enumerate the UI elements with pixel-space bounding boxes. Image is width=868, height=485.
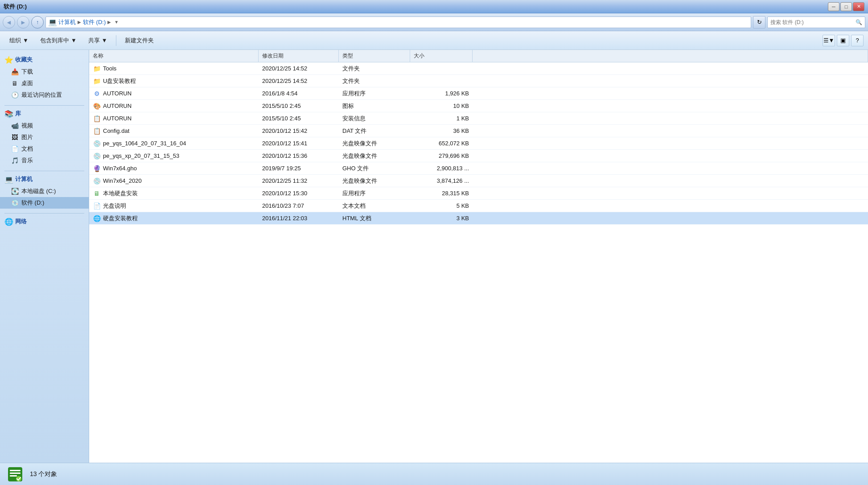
file-date: 2020/10/12 15:42 (262, 127, 307, 134)
view-options-button[interactable]: ☰▼ (823, 35, 835, 46)
col-header-type[interactable]: 类型 (339, 50, 410, 62)
sidebar-item-desktop[interactable]: 🖥 桌面 (0, 78, 89, 89)
image-label: 图片 (21, 133, 33, 141)
table-row[interactable]: 📁 U盘安装教程 2020/12/25 14:52 文件夹 (89, 75, 868, 87)
search-input[interactable] (770, 19, 854, 25)
breadcrumb-d-drive[interactable]: 软件 (D:) (83, 18, 106, 26)
file-name: U盘安装教程 (103, 77, 136, 85)
table-row[interactable]: 🖥 本地硬盘安装 2020/10/12 15:30 应用程序 28,315 KB (89, 187, 868, 200)
maximize-button[interactable]: □ (840, 2, 852, 11)
minimize-button[interactable]: ─ (828, 2, 839, 11)
col-header-date[interactable]: 修改日期 (259, 50, 339, 62)
file-name: 硬盘安装教程 (103, 214, 138, 222)
sidebar-item-doc[interactable]: 📄 文档 (0, 143, 89, 155)
table-row[interactable]: 🎨 AUTORUN 2015/5/10 2:45 图标 10 KB (89, 100, 868, 112)
file-date: 2020/12/25 11:32 (262, 177, 307, 184)
sidebar-computer-header[interactable]: 💻 计算机 (0, 173, 89, 185)
file-date: 2020/10/12 15:41 (262, 140, 307, 147)
d-drive-label: 软件 (D:) (21, 199, 44, 207)
file-name: Win7x64.gho (103, 165, 137, 172)
sidebar-item-image[interactable]: 🖼 图片 (0, 132, 89, 143)
table-row[interactable]: 📋 Config.dat 2020/10/12 15:42 DAT 文件 36 … (89, 125, 868, 137)
sidebar-sep-2 (4, 171, 84, 171)
table-row[interactable]: 📄 光盘说明 2016/10/23 7:07 文本文档 5 KB (89, 200, 868, 212)
share-label: 共享 (88, 37, 100, 45)
file-size: 1 KB (457, 115, 469, 122)
file-icon: 🌐 (93, 214, 101, 222)
file-name: AUTORUN (103, 90, 132, 97)
sidebar-favorites-header[interactable]: ⭐ 收藏夹 (0, 53, 89, 66)
share-button[interactable]: 共享 ▼ (83, 33, 112, 48)
music-label: 音乐 (21, 156, 33, 164)
file-size-cell: 652,072 KB (410, 137, 473, 149)
sidebar-sep-1 (4, 105, 84, 106)
file-type-cell: 应用程序 (339, 87, 410, 99)
file-name: Config.dat (103, 127, 129, 134)
file-icon: 📋 (93, 127, 101, 135)
sidebar-item-music[interactable]: 🎵 音乐 (0, 155, 89, 166)
file-name: Win7x64_2020 (103, 177, 142, 184)
sidebar-network-section: 🌐 网络 (0, 215, 89, 228)
file-area: 名称 修改日期 类型 大小 📁 Tools 2020/12/25 14:52 文… (89, 50, 868, 463)
file-icon: 💿 (93, 152, 101, 160)
refresh-button[interactable]: ↻ (753, 16, 765, 29)
image-icon: 🖼 (11, 133, 19, 141)
table-row[interactable]: 🌐 硬盘安装教程 2016/11/21 22:03 HTML 文档 3 KB (89, 212, 868, 225)
file-type-cell: DAT 文件 (339, 125, 410, 137)
file-name: 本地硬盘安装 (103, 189, 138, 197)
file-size-cell: 1,926 KB (410, 87, 473, 99)
col-header-size[interactable]: 大小 (410, 50, 473, 62)
table-row[interactable]: 💿 Win7x64_2020 2020/12/25 11:32 光盘映像文件 3… (89, 175, 868, 187)
file-date-cell: 2015/5/10 2:45 (259, 100, 339, 112)
sidebar-item-recent[interactable]: 🕐 最近访问的位置 (0, 89, 89, 101)
file-size-cell: 28,315 KB (410, 187, 473, 199)
table-row[interactable]: ⚙ AUTORUN 2016/1/8 4:54 应用程序 1,926 KB (89, 87, 868, 100)
file-date: 2020/12/25 14:52 (262, 65, 307, 72)
library-icon: 📚 (4, 109, 13, 118)
file-type: 安装信息 (342, 115, 366, 123)
toolbar-right: ☰▼ ▣ ? (823, 35, 864, 46)
sidebar-item-c-drive[interactable]: 💽 本地磁盘 (C:) (0, 185, 89, 197)
file-list-header: 名称 修改日期 类型 大小 (89, 50, 868, 62)
c-drive-label: 本地磁盘 (C:) (21, 187, 56, 195)
include-library-button[interactable]: 包含到库中 ▼ (35, 33, 82, 48)
address-bar: ◄ ► ↑ 💻 计算机 ▶ 软件 (D:) ▶ ▼ ↻ 🔍 (0, 13, 868, 31)
forward-button[interactable]: ► (17, 16, 29, 29)
file-rest-cell (473, 100, 868, 112)
file-rest-cell (473, 150, 868, 162)
file-rest-cell (473, 212, 868, 224)
d-drive-icon: 💿 (11, 199, 19, 207)
sidebar-item-d-drive[interactable]: 💿 软件 (D:) (0, 197, 89, 209)
back-button[interactable]: ◄ (3, 16, 15, 29)
breadcrumb-computer[interactable]: 计算机 (58, 18, 76, 26)
window-title: 软件 (D:) (4, 3, 27, 11)
organize-button[interactable]: 组织 ▼ (4, 33, 33, 48)
table-row[interactable]: 🔮 Win7x64.gho 2019/9/7 19:25 GHO 文件 2,90… (89, 162, 868, 175)
file-name-cell: 🔮 Win7x64.gho (89, 162, 259, 174)
new-folder-button[interactable]: 新建文件夹 (120, 33, 159, 48)
help-button[interactable]: ? (851, 35, 864, 46)
up-button[interactable]: ↑ (31, 16, 44, 29)
file-date-cell: 2020/12/25 14:52 (259, 62, 339, 74)
desktop-icon: 🖥 (11, 79, 19, 87)
file-date: 2020/10/12 15:30 (262, 190, 307, 197)
sidebar-favorites-section: ⭐ 收藏夹 📥 下载 🖥 桌面 🕐 最近访问的位置 (0, 53, 89, 101)
table-row[interactable]: 📋 AUTORUN 2015/5/10 2:45 安装信息 1 KB (89, 112, 868, 125)
col-header-name[interactable]: 名称 (89, 50, 259, 62)
favorites-icon: ⭐ (4, 55, 13, 64)
sidebar-network-header[interactable]: 🌐 网络 (0, 215, 89, 228)
sidebar-item-video[interactable]: 📹 视频 (0, 120, 89, 132)
breadcrumb-dropdown[interactable]: ▼ (113, 17, 120, 27)
statusbar: 13 个对象 (0, 463, 868, 485)
table-row[interactable]: 💿 pe_yqs_1064_20_07_31_16_04 2020/10/12 … (89, 137, 868, 150)
sidebar-item-downloads[interactable]: 📥 下载 (0, 66, 89, 78)
computer-section-icon: 💻 (4, 175, 13, 184)
window-controls: ─ □ ✕ (828, 2, 864, 11)
sidebar-library-header[interactable]: 📚 库 (0, 107, 89, 120)
breadcrumb-arrow-2: ▶ (107, 20, 111, 25)
preview-pane-button[interactable]: ▣ (837, 35, 849, 46)
close-button[interactable]: ✕ (853, 2, 864, 11)
table-row[interactable]: 📁 Tools 2020/12/25 14:52 文件夹 (89, 62, 868, 75)
file-date-cell: 2016/10/23 7:07 (259, 200, 339, 212)
table-row[interactable]: 💿 pe_yqs_xp_20_07_31_15_53 2020/10/12 15… (89, 150, 868, 162)
